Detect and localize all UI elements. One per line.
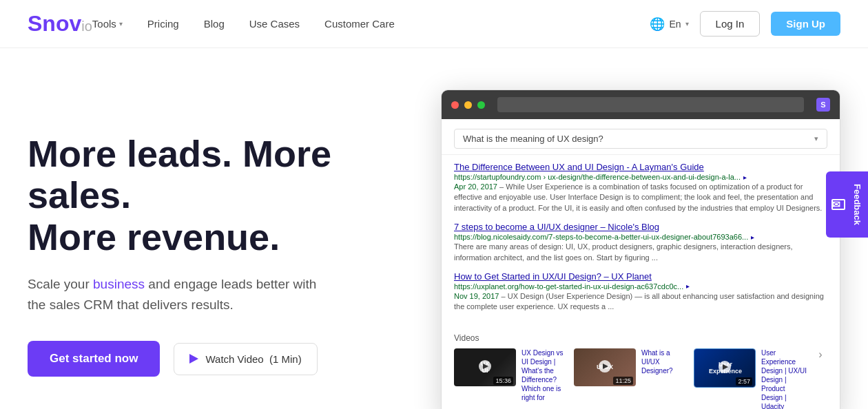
video-play-button-2[interactable] — [599, 360, 611, 373]
search-result-2: 7 steps to become a UI/UX designer – Nic… — [454, 222, 827, 263]
video-info-3: User Experience Design | UX/UI Design | … — [761, 348, 808, 409]
globe-icon: 🌐 — [650, 17, 665, 32]
nav-links: Tools ▾ Pricing Blog Use Cases Customer … — [92, 18, 650, 30]
window-close-dot — [451, 101, 459, 109]
chevron-down-icon: ▾ — [119, 20, 123, 28]
browser-mockup: S What is the meaning of UX design? ▾ Th… — [441, 90, 840, 409]
hero-illustration: S What is the meaning of UX design? ▾ Th… — [386, 90, 840, 409]
hero-content: More leads. More sales. More revenue. Sc… — [28, 133, 386, 377]
hero-cta: Get started now Watch Video (1 Min) — [28, 341, 386, 377]
videos-section: Videos UXUI 15:36 UX Design vs — [442, 328, 840, 409]
browser-titlebar: S — [442, 90, 840, 119]
video-thumb-3[interactable]: UserExperience 2:57 — [694, 348, 756, 388]
chevron-down-icon: ▾ — [685, 20, 689, 28]
videos-row: UXUI 15:36 UX Design vs UI Design | What… — [454, 348, 827, 409]
navbar: Snov io Tools ▾ Pricing Blog Use Cases C… — [0, 0, 868, 48]
window-maximize-dot — [477, 101, 485, 109]
video-thumb-1[interactable]: UXUI 15:36 — [454, 348, 516, 386]
hero-section: More leads. More sales. More revenue. Sc… — [0, 48, 868, 409]
address-bar — [497, 97, 804, 112]
result-date-1: Apr 20, 2017 – While User Experience is … — [454, 182, 827, 213]
result-desc-3: UX Design (User Experience Design) — is … — [454, 292, 824, 311]
result-title-2[interactable]: 7 steps to become a UI/UX designer – Nic… — [454, 222, 827, 232]
browser-content: What is the meaning of UX design? ▾ The … — [442, 119, 840, 409]
nav-pricing[interactable]: Pricing — [147, 18, 179, 30]
nav-right: 🌐 En ▾ Log In Sign Up — [650, 11, 840, 36]
extension-icon: S — [816, 98, 830, 112]
logo[interactable]: Snov io — [28, 11, 92, 36]
result-date-3: Nov 19, 2017 – UX Design (User Experienc… — [454, 291, 827, 313]
video-duration-2: 11:25 — [613, 377, 633, 385]
search-box-wrap: What is the meaning of UX design? ▾ — [442, 119, 840, 155]
nav-customer-care[interactable]: Customer Care — [324, 18, 395, 30]
watch-video-button[interactable]: Watch Video (1 Min) — [174, 343, 317, 375]
result-url-3: https://uxplanet.org/how-to-get-started-… — [454, 282, 683, 291]
result-arrow-3: ▸ — [686, 282, 690, 290]
play-icon-3 — [723, 364, 728, 370]
result-title-3[interactable]: How to Get Started in UX/UI Design? – UX… — [454, 271, 827, 282]
result-arrow-1: ▸ — [743, 174, 747, 181]
video-play-button-3[interactable] — [719, 361, 731, 373]
search-result-1: The Difference Between UX and UI Design … — [454, 162, 827, 213]
search-box[interactable]: What is the meaning of UX design? ▾ — [454, 129, 827, 149]
nav-use-cases[interactable]: Use Cases — [249, 18, 300, 30]
result-url-2: https://blog.nicolesaidy.com/7-steps-to-… — [454, 233, 748, 241]
search-result-3: How to Get Started in UX/UI Design? – UX… — [454, 271, 827, 313]
email-icon: ✉ — [831, 199, 845, 210]
signup-button[interactable]: Sign Up — [771, 12, 840, 36]
play-icon — [189, 354, 198, 364]
search-dropdown-icon: ▾ — [814, 134, 818, 143]
window-minimize-dot — [464, 101, 472, 109]
result-desc-2: There are many areas of design: UI, UX, … — [454, 242, 827, 263]
video-info-1: UX Design vs UI Design | What's the Diff… — [521, 348, 568, 402]
hero-subtitle: Scale your business and engage leads bet… — [28, 274, 344, 315]
result-title-1[interactable]: The Difference Between UX and UI Design … — [454, 162, 827, 172]
result-arrow-2: ▸ — [751, 233, 754, 241]
video-info-2: What is a UI/UX Designer? — [641, 348, 688, 375]
video-duration-1: 15:36 — [493, 377, 513, 385]
feedback-tab[interactable]: Feedback ✉ — [826, 171, 868, 238]
videos-label: Videos — [454, 333, 827, 343]
result-desc-1: While User Experience is a combination o… — [454, 182, 822, 212]
result-url-1: https://startupfoundry.com › ux-design/t… — [454, 173, 741, 181]
login-button[interactable]: Log In — [700, 11, 761, 36]
more-videos-button[interactable]: › — [814, 348, 827, 361]
video-thumb-2[interactable]: UI/UX 11:25 — [574, 348, 636, 386]
nav-tools[interactable]: Tools ▾ — [92, 18, 123, 30]
search-results: The Difference Between UX and UI Design … — [442, 155, 840, 328]
nav-blog[interactable]: Blog — [204, 18, 225, 30]
play-icon-2 — [603, 364, 608, 369]
hero-title: More leads. More sales. More revenue. — [28, 133, 386, 258]
get-started-button[interactable]: Get started now — [28, 341, 160, 377]
play-icon-1 — [483, 364, 488, 369]
language-selector[interactable]: 🌐 En ▾ — [650, 17, 688, 32]
video-duration-3: 2:57 — [736, 377, 752, 386]
video-play-button-1[interactable] — [479, 360, 491, 373]
